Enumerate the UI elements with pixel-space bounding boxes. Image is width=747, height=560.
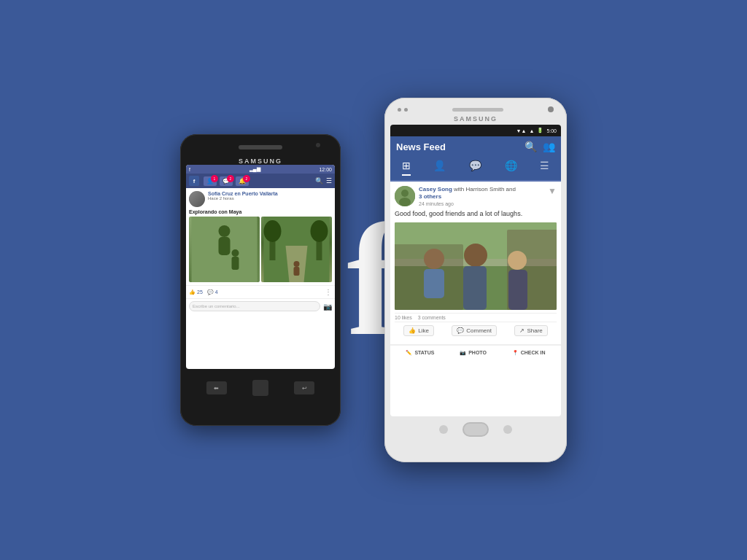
svg-rect-24: [463, 266, 487, 310]
share-icon: ↗: [519, 327, 525, 334]
right-phone-screen: ▼▲ ▲ 🔋 5:00 News Feed 🔍 👥 ⊞ 👤 💬 🌐 ☰: [390, 125, 561, 416]
old-post: Sofia Cruz en Puerto Vallarta Hace 2 hor…: [186, 188, 335, 285]
camera-icon: 📷: [460, 350, 466, 356]
fb-icon-status: f: [189, 167, 190, 172]
left-phone: SAMSUNG f ▂▄▆ 12:00 f 👤 1 💬 2: [180, 134, 341, 426]
tab-menu[interactable]: ☰: [540, 160, 549, 176]
time-display: 12:00: [319, 167, 332, 172]
speaker-new: [452, 108, 503, 112]
back-btn[interactable]: ⬅: [206, 381, 227, 394]
fb-nav-icon: f: [189, 176, 199, 186]
old-photo-2: [261, 217, 332, 282]
notifications-badge: 2: [243, 175, 250, 182]
old-like-action[interactable]: 👍25: [189, 289, 203, 295]
tab-messages[interactable]: 💬: [469, 160, 481, 176]
search-nav-icon[interactable]: 🔍: [315, 177, 323, 184]
old-post-time: Hace 2 horas: [208, 196, 278, 201]
camera-dot-old: [316, 143, 320, 147]
location-icon: 📍: [512, 350, 519, 356]
new-post-chevron[interactable]: ▼: [548, 186, 557, 196]
comment-icon: 💬: [457, 327, 464, 334]
svg-point-1: [219, 225, 231, 237]
old-status-bar: f ▂▄▆ 12:00: [186, 165, 335, 174]
old-avatar: [189, 191, 205, 207]
new-bottom-hardware: [390, 416, 561, 443]
svg-point-11: [294, 261, 300, 267]
svg-point-21: [424, 249, 444, 269]
svg-point-23: [464, 244, 487, 267]
likes-count: 10 likes: [395, 315, 412, 320]
old-post-caption: Explorando con Maya: [189, 209, 332, 214]
more-options-icon[interactable]: ⋮: [325, 288, 332, 296]
new-wifi: ▲: [529, 128, 534, 133]
sensors: [398, 108, 408, 112]
svg-point-15: [399, 198, 411, 206]
old-bottom-nav: ⬅ ↩: [186, 373, 335, 402]
main-scene: f SAMSUNG f ▂▄▆ 12:00 f 👤 1: [0, 0, 747, 560]
new-post-text: Good food, good friends and a lot of lau…: [395, 209, 557, 219]
menu-nav-icon[interactable]: ☰: [326, 177, 332, 184]
back-hardware-btn[interactable]: [439, 425, 448, 434]
right-phone-brand: SAMSUNG: [390, 115, 561, 122]
share-button[interactable]: ↗ Share: [514, 325, 547, 336]
checkin-action[interactable]: 📍 CHECK IN: [512, 350, 546, 356]
sensor-1: [398, 108, 401, 112]
home-hardware-btn[interactable]: [462, 422, 489, 437]
friends-header-icon[interactable]: 👥: [543, 141, 555, 152]
old-post-username: Sofia Cruz en Puerto Vallarta: [208, 191, 278, 196]
new-nav-tabs: ⊞ 👤 💬 🌐 ☰: [390, 157, 561, 182]
left-phone-screen: f ▂▄▆ 12:00 f 👤 1 💬 2 🔔: [186, 165, 335, 369]
svg-point-8: [264, 220, 282, 242]
tab-friends[interactable]: 👤: [433, 160, 446, 176]
new-post-actions: 👍 Like 💬 Comment ↗ Share: [395, 325, 557, 336]
friends-nav-btn[interactable]: 👤 1: [204, 176, 217, 186]
status-action[interactable]: ✏️ STATUS: [406, 350, 434, 356]
search-header-icon[interactable]: 🔍: [525, 141, 537, 152]
camera-new: [548, 106, 554, 112]
recent-hardware-btn[interactable]: [503, 425, 512, 434]
old-comment-input[interactable]: Escribe un comentario...: [189, 301, 320, 311]
old-photo-1: [189, 217, 260, 282]
svg-rect-4: [232, 257, 239, 270]
left-phone-brand: SAMSUNG: [186, 158, 335, 165]
home-btn-old[interactable]: [252, 380, 268, 396]
new-header-icons: 🔍 👥: [525, 141, 555, 152]
tab-globe[interactable]: 🌐: [505, 160, 517, 176]
old-comment-bar: Escribe un comentario... 📷: [186, 298, 335, 314]
like-button[interactable]: 👍 Like: [403, 325, 434, 336]
new-status-bar: ▼▲ ▲ 🔋 5:00: [390, 125, 561, 136]
feed-post: Casey Song with Harrison Smith and 3 oth…: [390, 182, 561, 344]
old-comment-action[interactable]: 💬4: [207, 289, 218, 295]
sensor-2: [404, 108, 408, 112]
svg-rect-22: [424, 269, 444, 298]
svg-point-10: [311, 220, 328, 242]
speaker-old: [239, 145, 282, 149]
old-nav-bar: f 👤 1 💬 2 🔔 2 🔍: [186, 174, 335, 188]
svg-point-3: [232, 249, 239, 257]
messages-badge: 2: [227, 175, 234, 182]
svg-rect-12: [294, 267, 300, 276]
friends-badge: 1: [211, 175, 218, 182]
comment-button[interactable]: 💬 Comment: [452, 325, 497, 336]
right-phone: SAMSUNG ▼▲ ▲ 🔋 5:00 News Feed 🔍 👥 ⊞ 👤: [384, 98, 567, 462]
new-header: News Feed 🔍 👥: [390, 136, 561, 157]
new-post-username: Casey Song with Harrison Smith and 3 oth…: [419, 186, 516, 201]
new-signal: ▼▲: [516, 128, 527, 133]
comments-count: 3 comments: [418, 315, 446, 320]
svg-point-25: [508, 251, 527, 270]
messages-nav-btn[interactable]: 💬 2: [220, 176, 233, 186]
svg-rect-26: [508, 270, 527, 310]
tab-home[interactable]: ⊞: [402, 160, 411, 176]
new-post-image: [395, 222, 557, 310]
camera-comment-icon[interactable]: 📷: [323, 303, 332, 311]
new-post-avatar: [395, 186, 415, 206]
old-actions-bar: 👍25 💬4 ⋮: [186, 285, 335, 298]
new-post-stats: 10 likes 3 comments: [395, 313, 557, 322]
bottom-actions-bar: ✏️ STATUS 📷 PHOTO 📍 CHECK IN: [390, 344, 561, 360]
signal-strength: ▂▄▆: [249, 166, 260, 172]
new-top-hardware: [390, 106, 561, 112]
photo-action[interactable]: 📷 PHOTO: [460, 350, 487, 356]
menu-btn-old[interactable]: ↩: [294, 381, 314, 394]
notifications-nav-btn[interactable]: 🔔 2: [236, 176, 249, 186]
new-time: 5:00: [546, 128, 557, 133]
